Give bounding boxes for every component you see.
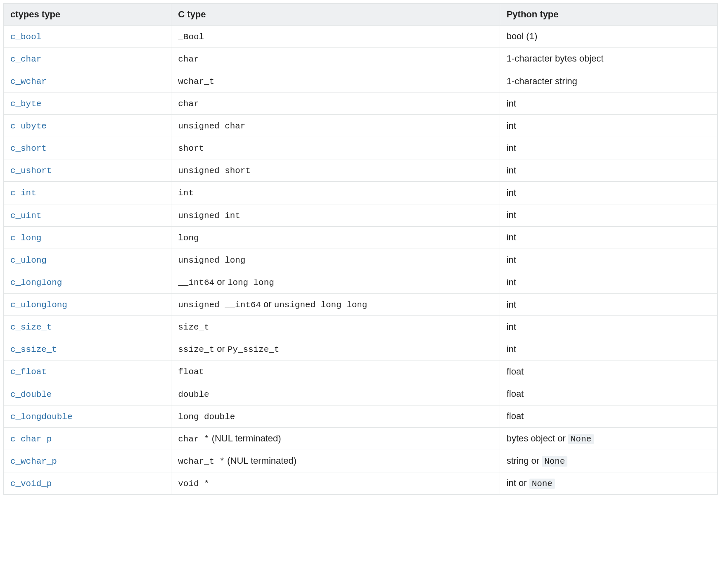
- none-literal: None: [568, 434, 594, 444]
- code-text: char: [178, 55, 199, 64]
- code-text: float: [178, 367, 204, 377]
- plain-text: or: [261, 299, 274, 309]
- cell-python-type: float: [500, 383, 717, 405]
- table-row: c_wchar_pwchar_t * (NUL terminated)strin…: [4, 450, 718, 472]
- ctypes-link[interactable]: c_bool: [10, 32, 41, 42]
- ctypes-link[interactable]: c_char_p: [10, 434, 52, 444]
- table-row: c_ssize_tssize_t or Py_ssize_tint: [4, 338, 718, 360]
- table-row: c_longdoublelong doublefloat: [4, 405, 718, 427]
- cell-c-type: wchar_t * (NUL terminated): [171, 450, 500, 472]
- cell-python-type: 1-character bytes object: [500, 47, 717, 70]
- code-text: int: [178, 188, 194, 198]
- plain-text: or: [214, 277, 228, 287]
- cell-python-type: int: [500, 159, 717, 182]
- ctypes-link[interactable]: c_ssize_t: [10, 345, 57, 354]
- code-text: unsigned short: [178, 166, 251, 175]
- code-text: __int64: [178, 278, 214, 287]
- cell-ctypes-type: c_ssize_t: [4, 338, 171, 360]
- cell-c-type: char: [171, 47, 500, 70]
- ctypes-link[interactable]: c_int: [10, 188, 36, 198]
- cell-c-type: char: [171, 92, 500, 114]
- cell-c-type: unsigned char: [171, 115, 500, 137]
- code-text: void *: [178, 479, 209, 488]
- ctypes-link[interactable]: c_byte: [10, 99, 41, 109]
- cell-python-type: bytes object or None: [500, 427, 717, 450]
- plain-text: bool (1): [507, 31, 538, 41]
- ctypes-link[interactable]: c_short: [10, 144, 47, 153]
- code-text: unsigned long: [178, 256, 245, 265]
- plain-text: 1-character bytes object: [507, 53, 604, 64]
- code-text: unsigned __int64: [178, 300, 261, 310]
- cell-python-type: int: [500, 271, 717, 293]
- cell-ctypes-type: c_ushort: [4, 159, 171, 182]
- code-text: wchar_t: [178, 77, 214, 86]
- cell-ctypes-type: c_bool: [4, 25, 171, 47]
- plain-text: int: [507, 255, 516, 265]
- plain-text: bytes object or: [507, 433, 568, 443]
- ctypes-link[interactable]: c_longlong: [10, 278, 62, 287]
- cell-ctypes-type: c_ulonglong: [4, 294, 171, 316]
- table-row: c_shortshortint: [4, 137, 718, 159]
- code-text: unsigned int: [178, 211, 240, 220]
- plain-text: int: [507, 322, 516, 332]
- plain-text: string or: [507, 455, 542, 466]
- ctypes-link[interactable]: c_ushort: [10, 166, 52, 175]
- cell-python-type: float: [500, 405, 717, 427]
- plain-text: float: [507, 389, 524, 399]
- cell-python-type: float: [500, 360, 717, 383]
- plain-text: (NUL terminated): [209, 433, 281, 443]
- table-row: c_uintunsigned intint: [4, 204, 718, 226]
- column-header-c-type: C type: [171, 4, 500, 26]
- ctypes-link[interactable]: c_ulonglong: [10, 300, 67, 310]
- cell-python-type: int: [500, 204, 717, 226]
- cell-python-type: int: [500, 182, 717, 204]
- plain-text: or: [214, 344, 228, 354]
- ctypes-link[interactable]: c_wchar: [10, 77, 47, 86]
- table-row: c_intintint: [4, 182, 718, 204]
- plain-text: int: [507, 232, 516, 242]
- code-text: long long: [228, 278, 274, 287]
- table-row: c_ulongunsigned longint: [4, 249, 718, 271]
- cell-c-type: unsigned __int64 or unsigned long long: [171, 294, 500, 316]
- plain-text: (NUL terminated): [225, 455, 296, 466]
- ctypes-link[interactable]: c_void_p: [10, 479, 52, 488]
- cell-c-type: long double: [171, 405, 500, 427]
- table-row: c_longlongint: [4, 226, 718, 249]
- ctypes-link[interactable]: c_ubyte: [10, 121, 47, 131]
- column-header-python-type: Python type: [500, 4, 717, 26]
- ctypes-link[interactable]: c_long: [10, 233, 41, 243]
- ctypes-link[interactable]: c_ulong: [10, 256, 47, 265]
- cell-c-type: unsigned int: [171, 204, 500, 226]
- table-row: c_doubledoublefloat: [4, 383, 718, 405]
- ctypes-link[interactable]: c_double: [10, 390, 52, 399]
- code-text: unsigned char: [178, 121, 245, 131]
- code-text: _Bool: [178, 32, 204, 42]
- ctypes-types-table: ctypes type C type Python type c_bool_Bo…: [3, 3, 718, 495]
- ctypes-link[interactable]: c_longdouble: [10, 412, 72, 422]
- cell-c-type: unsigned long: [171, 249, 500, 271]
- code-text: ssize_t: [178, 345, 214, 354]
- cell-python-type: int: [500, 115, 717, 137]
- ctypes-link[interactable]: c_char: [10, 55, 41, 64]
- table-header-row: ctypes type C type Python type: [4, 4, 718, 26]
- ctypes-link[interactable]: c_size_t: [10, 322, 52, 332]
- cell-c-type: void *: [171, 472, 500, 495]
- cell-ctypes-type: c_uint: [4, 204, 171, 226]
- ctypes-link[interactable]: c_wchar_p: [10, 457, 57, 466]
- cell-c-type: unsigned short: [171, 159, 500, 182]
- ctypes-link[interactable]: c_uint: [10, 211, 41, 220]
- ctypes-link[interactable]: c_float: [10, 367, 47, 377]
- code-text: long double: [178, 412, 235, 422]
- cell-python-type: int: [500, 226, 717, 249]
- plain-text: int: [507, 210, 516, 220]
- plain-text: float: [507, 366, 524, 377]
- table-row: c_char_pchar * (NUL terminated)bytes obj…: [4, 427, 718, 450]
- table-row: c_charchar1-character bytes object: [4, 47, 718, 70]
- plain-text: int: [507, 143, 516, 153]
- cell-python-type: int: [500, 92, 717, 114]
- plain-text: int: [507, 299, 516, 310]
- cell-c-type: long: [171, 226, 500, 249]
- table-row: c_wcharwchar_t1-character string: [4, 70, 718, 92]
- cell-python-type: int or None: [500, 472, 717, 495]
- cell-python-type: bool (1): [500, 25, 717, 47]
